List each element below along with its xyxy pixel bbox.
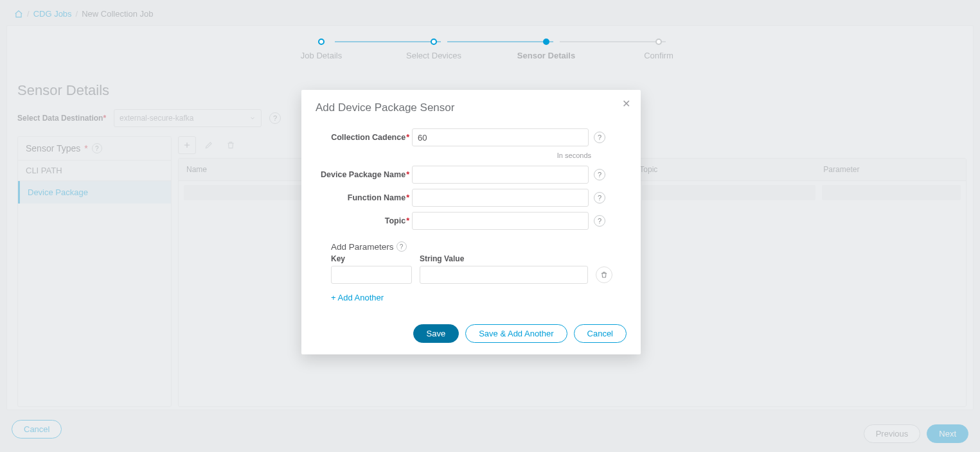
add-parameters-title: Add Parameters ? xyxy=(331,241,627,252)
row-device-package-name: Device Package Name* ? xyxy=(316,166,627,184)
function-name-label: Function Name* xyxy=(316,193,412,202)
help-icon[interactable]: ? xyxy=(396,241,407,252)
cadence-hint: In seconds xyxy=(316,149,591,166)
param-value-input[interactable] xyxy=(420,266,588,284)
row-function-name: Function Name* ? xyxy=(316,189,627,207)
params-value-label: String Value xyxy=(420,254,588,263)
function-name-input[interactable] xyxy=(412,189,589,207)
modal-actions: Save Save & Add Another Cancel xyxy=(316,324,627,343)
help-icon[interactable]: ? xyxy=(594,215,605,227)
topic-input[interactable] xyxy=(412,212,589,230)
modal-form: Collection Cadence* ? In seconds Device … xyxy=(316,128,627,343)
save-add-another-button[interactable]: Save & Add Another xyxy=(465,324,567,343)
modal-cancel-button[interactable]: Cancel xyxy=(574,324,627,343)
device-package-name-label: Device Package Name* xyxy=(316,170,412,179)
row-collection-cadence: Collection Cadence* ? xyxy=(316,128,627,146)
params-row xyxy=(331,266,627,284)
row-topic: Topic* ? xyxy=(316,212,627,230)
params-key-label: Key xyxy=(331,254,412,263)
help-icon[interactable]: ? xyxy=(594,132,605,143)
collection-cadence-label: Collection Cadence* xyxy=(316,133,412,142)
trash-icon xyxy=(600,271,608,279)
add-another-link[interactable]: + Add Another xyxy=(331,293,384,302)
help-icon[interactable]: ? xyxy=(594,169,605,180)
collection-cadence-input[interactable] xyxy=(412,128,589,146)
device-package-name-input[interactable] xyxy=(412,166,589,184)
params-header: Key String Value xyxy=(331,254,627,263)
save-button[interactable]: Save xyxy=(413,324,459,343)
add-device-package-sensor-modal: Add Device Package Sensor ✕ Collection C… xyxy=(301,90,641,354)
help-icon[interactable]: ? xyxy=(594,192,605,204)
close-icon[interactable]: ✕ xyxy=(622,99,630,109)
param-key-input[interactable] xyxy=(331,266,412,284)
modal-title: Add Device Package Sensor xyxy=(316,101,627,114)
topic-label: Topic* xyxy=(316,216,412,225)
delete-param-button[interactable] xyxy=(596,266,612,283)
